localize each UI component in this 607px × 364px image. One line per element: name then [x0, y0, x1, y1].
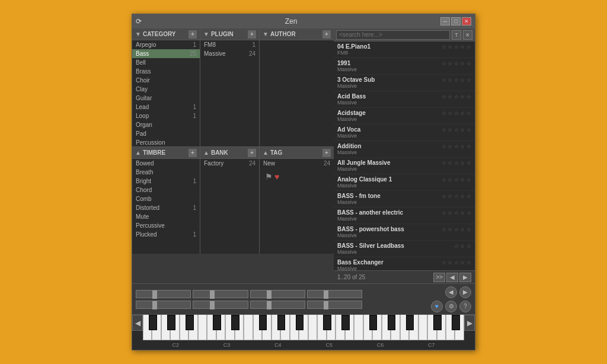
white-key[interactable] [244, 315, 253, 340]
result-item[interactable]: 3 Octave Sub ☆ ☆ ☆ ☆ ☆ Massive [334, 75, 475, 91]
tag-heart-icon[interactable]: ♥ [274, 172, 279, 181]
list-item[interactable]: Comb [132, 194, 200, 203]
result-item[interactable]: BASS - powershot bass ☆ ☆ ☆ ☆ ☆ Massive [334, 224, 475, 241]
piano-octave-label: C2 [172, 342, 179, 348]
list-item[interactable]: Bass25 [132, 49, 200, 58]
black-key[interactable] [341, 315, 350, 330]
slider-7[interactable] [250, 301, 305, 309]
piano-octave-label: C6 [377, 342, 384, 348]
list-item[interactable]: Bowed [132, 159, 200, 168]
black-key[interactable] [259, 315, 267, 330]
slider-1[interactable] [136, 290, 191, 298]
list-item[interactable]: Chord [132, 186, 200, 194]
result-item[interactable]: Addition ☆ ☆ ☆ ☆ ☆ Massive [334, 141, 475, 158]
result-item[interactable]: Acid Bass ☆ ☆ ☆ ☆ ☆ Massive [334, 91, 475, 108]
list-item[interactable]: Percussion [132, 138, 200, 146]
play-button[interactable]: ▶ [459, 286, 471, 298]
help-button[interactable]: ? [459, 301, 471, 312]
list-item[interactable]: Guitar [132, 94, 200, 103]
black-key[interactable] [406, 315, 414, 330]
black-key[interactable] [213, 315, 221, 330]
list-item[interactable]: Bell [132, 58, 200, 67]
white-key[interactable] [354, 315, 363, 340]
list-item[interactable]: Pad [132, 129, 200, 138]
black-key[interactable] [277, 315, 286, 330]
author-add-button[interactable]: + [322, 30, 331, 39]
slider-2[interactable] [193, 290, 248, 298]
restore-button[interactable]: □ [451, 17, 461, 25]
result-item[interactable]: 1991 ☆ ☆ ☆ ☆ ☆ Massive [334, 58, 475, 75]
piano-octave-label: C5 [325, 342, 333, 348]
list-item[interactable]: Lead1 [132, 103, 200, 111]
black-key[interactable] [388, 315, 396, 330]
piano-scroll-right[interactable]: ▶ [464, 315, 475, 331]
favorite-button[interactable]: ♥ [431, 301, 443, 312]
piano-octave-label: C3 [223, 342, 231, 348]
rewind-button[interactable]: ◀ [445, 286, 457, 298]
black-key[interactable] [231, 315, 239, 330]
list-item[interactable]: Breath [132, 168, 200, 177]
list-item[interactable]: Organ [132, 120, 200, 129]
white-key[interactable] [198, 315, 207, 340]
result-item[interactable]: Acidstage ☆ ☆ ☆ ☆ ☆ Massive [334, 108, 475, 124]
list-item[interactable]: FM81 [200, 40, 259, 49]
tag-bookmark-icon[interactable]: ⚑ [265, 172, 273, 181]
result-item[interactable]: Ad Voca ☆ ☆ ☆ ☆ ☆ Massive [334, 124, 475, 141]
list-item[interactable]: Loop1 [132, 111, 200, 120]
black-key[interactable] [369, 315, 378, 330]
slider-3[interactable] [250, 290, 305, 298]
black-key[interactable] [433, 315, 442, 330]
list-item[interactable]: Factory24 [200, 159, 259, 168]
white-key[interactable] [418, 315, 427, 340]
black-key[interactable] [167, 315, 175, 330]
black-key[interactable] [149, 315, 157, 330]
piano-octave-label: C7 [428, 342, 435, 348]
result-item[interactable]: Analog Classique 1 ☆ ☆ ☆ ☆ ☆ Massive [334, 174, 475, 191]
list-item[interactable]: Percussive [132, 221, 200, 230]
list-item[interactable]: Massive24 [200, 49, 259, 58]
result-item[interactable]: BASS - Silver Leadbass ☆ ☆ ☆ Massive [334, 241, 475, 257]
settings-button[interactable]: ⚙ [445, 301, 457, 312]
prev-nav-button[interactable]: ◀ [446, 273, 458, 282]
slider-5[interactable] [136, 301, 191, 309]
white-key[interactable] [308, 315, 317, 340]
list-item[interactable]: Plucked1 [132, 230, 200, 239]
list-item[interactable]: New24 [260, 159, 334, 168]
list-item[interactable]: Brass [132, 67, 200, 76]
result-item[interactable]: BASS - another electric ☆ ☆ ☆ ☆ ☆ Massiv… [334, 207, 475, 224]
list-item[interactable]: Choir [132, 76, 200, 85]
piano-scroll-left[interactable]: ◀ [132, 315, 143, 331]
result-item[interactable]: 04 E.Piano1 ☆ ☆ ☆ ☆ ☆ FM8 [334, 41, 475, 58]
slider-6[interactable] [193, 301, 248, 309]
next-page-button[interactable]: >> [433, 273, 445, 282]
timbre-panel: ▲ TIMBRE + BowedBreathBright1ChordCombDi… [132, 147, 200, 254]
black-key[interactable] [186, 315, 194, 330]
bank-add-button[interactable]: + [248, 149, 256, 157]
tag-add-button[interactable]: + [322, 149, 331, 157]
author-label: AUTHOR [270, 31, 296, 37]
list-item[interactable]: Bright1 [132, 177, 200, 186]
close-button[interactable]: ✕ [462, 17, 471, 25]
slider-4[interactable] [307, 290, 362, 298]
search-tag-button[interactable]: T [452, 30, 461, 40]
list-item[interactable]: Distorted1 [132, 203, 200, 212]
timbre-add-button[interactable]: + [189, 149, 197, 157]
search-input[interactable] [336, 30, 450, 40]
black-key[interactable] [452, 315, 460, 330]
minimize-button[interactable]: ─ [440, 17, 450, 25]
black-key[interactable] [323, 315, 331, 330]
result-item[interactable]: All Jungle Massive ☆ ☆ ☆ ☆ ☆ Massive [334, 158, 475, 174]
search-clear-button[interactable]: ✕ [463, 30, 472, 40]
plugin-add-button[interactable]: + [248, 30, 256, 39]
list-item[interactable]: Mute [132, 212, 200, 221]
controls-left [136, 290, 362, 309]
slider-8[interactable] [307, 301, 362, 309]
black-key[interactable] [296, 315, 304, 330]
list-item[interactable]: Clay [132, 85, 200, 94]
piano-keys[interactable] [143, 315, 464, 340]
result-item[interactable]: BASS - fm tone ☆ ☆ ☆ ☆ ☆ Massive [334, 191, 475, 207]
list-item[interactable]: Arpegio1 [132, 40, 200, 49]
category-add-button[interactable]: + [189, 30, 197, 39]
next-nav-button[interactable]: ▶ [459, 273, 471, 282]
result-item[interactable]: Bass Exchanger ☆ ☆ ☆ ☆ ☆ Massive [334, 257, 475, 270]
